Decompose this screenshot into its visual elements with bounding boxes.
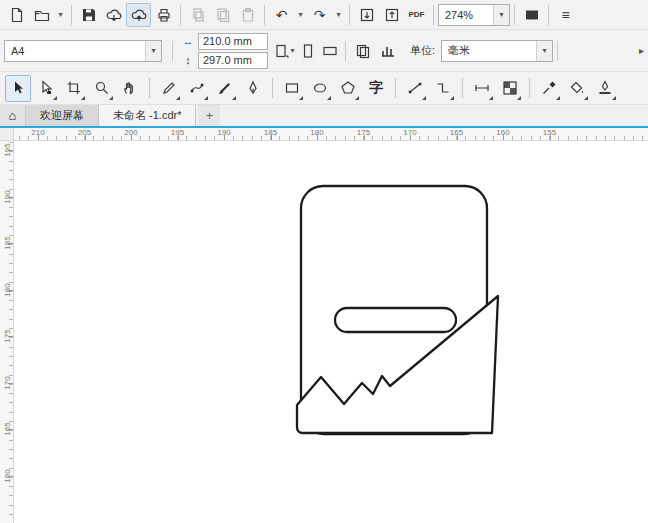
eyedropper-tool[interactable] <box>536 75 562 102</box>
page-width-value: 210.0 mm <box>203 35 252 47</box>
print-button[interactable] <box>151 3 176 27</box>
tab-document[interactable]: 未命名 -1.cdr* <box>99 105 196 126</box>
paintbrush-icon <box>217 80 233 96</box>
page-width-icon: ↔ <box>181 35 195 47</box>
zoom-level-combo[interactable]: 274% ▾ <box>438 4 510 26</box>
ruler-tick <box>8 429 13 430</box>
horizontal-ruler[interactable]: 210205200195190185180175170165160155 <box>14 128 648 140</box>
drawing-canvas[interactable]: 195190185180175170165160 <box>0 141 648 523</box>
cut-button[interactable] <box>185 3 210 27</box>
page-height-field[interactable]: 297.0 mm <box>198 52 268 69</box>
current-page-button[interactable] <box>375 39 400 63</box>
cloud-save-button[interactable] <box>126 3 151 27</box>
page-width-field[interactable]: 210.0 mm <box>198 33 268 50</box>
polygon-tool[interactable] <box>335 75 361 102</box>
ruler-tick <box>8 150 13 151</box>
copy-button[interactable] <box>210 3 235 27</box>
page-size-dropdown[interactable]: ▾ <box>145 41 161 61</box>
page-height-value: 297.0 mm <box>203 54 252 66</box>
pages-icon <box>355 43 371 59</box>
freehand-tool[interactable] <box>156 75 182 102</box>
cut-icon <box>190 7 206 23</box>
ruler-tick <box>410 135 411 140</box>
dimension-tool[interactable] <box>469 75 495 102</box>
home-button[interactable]: ⌂ <box>0 105 26 126</box>
ruler-tick <box>38 135 39 140</box>
ruler-corner[interactable] <box>0 128 14 140</box>
page-height-icon: ↕ <box>181 54 195 66</box>
connector-tool[interactable] <box>430 75 456 102</box>
paint-bucket-icon <box>569 80 585 96</box>
units-combo[interactable]: 毫米 ▾ <box>441 40 553 62</box>
new-document-button[interactable] <box>4 3 29 27</box>
rectangle-tool[interactable] <box>279 75 305 102</box>
units-dropdown[interactable]: ▾ <box>536 41 552 61</box>
checker-icon <box>502 80 518 96</box>
undo-dropdown[interactable]: ▾ <box>294 3 307 27</box>
separator <box>395 78 396 98</box>
ruler-tick <box>8 243 13 244</box>
full-screen-preview-button[interactable] <box>519 3 544 27</box>
all-pages-button[interactable] <box>350 39 375 63</box>
print-icon <box>156 7 172 23</box>
straight-line-tool[interactable] <box>402 75 428 102</box>
eyedropper-icon <box>541 80 557 96</box>
open-document-button[interactable] <box>29 3 54 27</box>
connector-icon <box>435 80 451 96</box>
zoom-tool[interactable] <box>89 75 115 102</box>
paste-button[interactable] <box>235 3 260 27</box>
view-options-button[interactable]: ≡ <box>553 3 578 27</box>
chevron-down-icon: ▾ <box>290 46 294 55</box>
open-dropdown[interactable]: ▾ <box>54 3 67 27</box>
bezier-tool[interactable] <box>184 75 210 102</box>
portrait-button[interactable] <box>297 40 319 62</box>
artwork-drawing[interactable] <box>14 141 648 523</box>
ellipse-tool[interactable] <box>307 75 333 102</box>
rectangle-icon <box>284 80 300 96</box>
chevron-down-icon: ▾ <box>151 46 155 55</box>
pdf-icon: PDF <box>409 10 425 19</box>
ruler-tick <box>317 135 318 140</box>
chevron-down-icon: ▾ <box>336 10 340 19</box>
cloud-open-button[interactable] <box>101 3 126 27</box>
toolbox: 字 <box>0 72 648 105</box>
transparency-tool[interactable] <box>497 75 523 102</box>
new-tab-button[interactable]: + <box>198 105 220 126</box>
import-icon <box>359 7 375 23</box>
pick-tool[interactable] <box>5 75 31 102</box>
ruler-tick <box>131 135 132 140</box>
landscape-button[interactable] <box>319 40 341 62</box>
artwork-pill-slot[interactable] <box>335 308 456 332</box>
save-button[interactable] <box>76 3 101 27</box>
plus-icon: + <box>206 108 214 123</box>
artistic-media-tool[interactable] <box>212 75 238 102</box>
cloud-download-icon <box>106 7 122 23</box>
pencil-icon <box>161 80 177 96</box>
pen-tool[interactable] <box>240 75 266 102</box>
import-button[interactable] <box>354 3 379 27</box>
toolbar-overflow-button[interactable]: ▸ <box>639 45 644 56</box>
page-size-combo[interactable]: A4 ▾ <box>4 40 162 62</box>
page-options-flyout[interactable]: ▾ <box>272 39 297 63</box>
text-tool[interactable]: 字 <box>363 75 389 102</box>
shape-cursor-icon <box>38 80 54 96</box>
pan-tool[interactable] <box>117 75 143 102</box>
shape-tool[interactable] <box>33 75 59 102</box>
undo-button[interactable]: ↶ <box>269 3 294 27</box>
outline-pen-tool[interactable] <box>592 75 618 102</box>
zoom-level-value: 274% <box>439 9 493 21</box>
interactive-fill-tool[interactable] <box>564 75 590 102</box>
publish-pdf-button[interactable]: PDF <box>404 3 429 27</box>
zoom-dropdown-button[interactable]: ▾ <box>493 5 509 25</box>
separator <box>433 5 434 25</box>
vertical-ruler[interactable]: 195190185180175170165160 <box>0 141 14 523</box>
separator <box>548 5 549 25</box>
export-button[interactable] <box>379 3 404 27</box>
pen-nib-icon <box>245 80 261 96</box>
horizontal-ruler-row: 210205200195190185180175170165160155 <box>0 128 648 141</box>
portrait-icon <box>300 43 316 59</box>
redo-dropdown[interactable]: ▾ <box>332 3 345 27</box>
tab-welcome-screen[interactable]: 欢迎屏幕 <box>26 105 99 126</box>
crop-tool[interactable] <box>61 75 87 102</box>
redo-button[interactable]: ↷ <box>307 3 332 27</box>
